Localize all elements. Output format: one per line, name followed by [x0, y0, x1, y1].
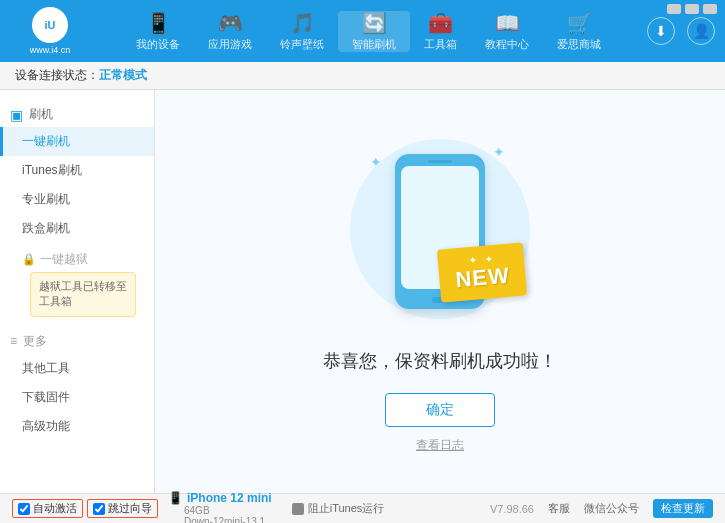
phone-illustration: ✦ ✦ ✦ ✦ NEW — [340, 129, 540, 329]
phone-speaker — [428, 160, 452, 163]
nav-item-smart-flash[interactable]: 🔄 智能刷机 — [338, 11, 410, 52]
wechat-link[interactable]: 微信公众号 — [584, 501, 639, 516]
ringtones-icon: 🎵 — [290, 11, 315, 35]
stop-icon — [292, 503, 304, 515]
status-label: 设备连接状态： — [15, 67, 99, 84]
jailbreak-label: 一键越狱 — [40, 251, 88, 268]
phone-icon: 📱 — [168, 491, 183, 505]
sidebar-more-section: 更多 其他工具 下载固件 高级功能 — [0, 325, 154, 445]
sidebar-item-advanced[interactable]: 高级功能 — [0, 412, 154, 441]
status-value: 正常模式 — [99, 67, 147, 84]
confirm-button[interactable]: 确定 — [385, 393, 495, 427]
version-text: V7.98.66 — [490, 503, 534, 515]
sidebar-item-box[interactable]: 跌盒刷机 — [0, 214, 154, 243]
sidebar: ▣ 刷机 一键刷机 iTunes刷机 专业刷机 跌盒刷机 — [0, 90, 155, 493]
ribbon-new-text: NEW — [454, 263, 510, 294]
tutorial-icon: 📖 — [495, 11, 520, 35]
nav-item-mall[interactable]: 🛒 爱思商城 — [543, 11, 615, 52]
nav-item-ringtones[interactable]: 🎵 铃声壁纸 — [266, 11, 338, 52]
bottom-right: V7.98.66 客服 微信公众号 检查更新 — [490, 499, 713, 518]
my-device-label: 我的设备 — [136, 37, 180, 52]
user-button[interactable]: 👤 — [687, 17, 715, 45]
device-name-text: iPhone 12 mini — [187, 491, 272, 505]
stop-itunes-label: 阻止iTunes运行 — [308, 501, 385, 516]
service-link[interactable]: 客服 — [548, 501, 570, 516]
device-details: 64GB Down-12mini-13,1 — [184, 505, 272, 524]
advanced-label: 高级功能 — [22, 419, 70, 433]
logo: iU www.i4.cn — [10, 7, 90, 55]
apps-games-icon: 🎮 — [218, 11, 243, 35]
auto-activate-checkbox-label[interactable]: 自动激活 — [12, 499, 83, 518]
flash-header-icon: ▣ — [10, 107, 23, 123]
download-firmware-label: 下载固件 — [22, 390, 70, 404]
sidebar-more-divider: 更多 — [0, 329, 154, 354]
logo-url: www.i4.cn — [30, 45, 71, 55]
nav-item-my-device[interactable]: 📱 我的设备 — [122, 11, 194, 52]
sidebar-item-download-firmware[interactable]: 下载固件 — [0, 383, 154, 412]
tutorial-label: 教程中心 — [485, 37, 529, 52]
back-daily-link[interactable]: 查看日志 — [416, 437, 464, 454]
bottom-bar: 自动激活 跳过向导 📱 iPhone 12 mini 64GB Down-12m… — [0, 493, 725, 523]
skip-wizard-label: 跳过向导 — [108, 501, 152, 516]
ringtones-label: 铃声壁纸 — [280, 37, 324, 52]
win-controls — [667, 4, 717, 14]
mall-label: 爱思商城 — [557, 37, 601, 52]
logo-circle: iU — [32, 7, 68, 43]
smart-flash-icon: 🔄 — [362, 11, 387, 35]
box-label: 跌盒刷机 — [22, 221, 70, 235]
stop-itunes[interactable]: 阻止iTunes运行 — [292, 501, 385, 516]
status-bar: 设备连接状态： 正常模式 — [0, 62, 725, 90]
pro-label: 专业刷机 — [22, 192, 70, 206]
download-button[interactable]: ⬇ — [647, 17, 675, 45]
sidebar-item-other-tools[interactable]: 其他工具 — [0, 354, 154, 383]
lock-icon: 🔒 — [22, 253, 36, 266]
sidebar-jailbreak-section: 🔒 一键越狱 越狱工具已转移至工具箱 — [0, 247, 154, 325]
nav-item-tutorial[interactable]: 📖 教程中心 — [471, 11, 543, 52]
sidebar-item-one-click[interactable]: 一键刷机 — [0, 127, 154, 156]
success-message: 恭喜您，保资料刷机成功啦！ — [323, 349, 557, 373]
skip-wizard-checkbox[interactable] — [93, 503, 105, 515]
toolbox-label: 工具箱 — [424, 37, 457, 52]
download-icon: ⬇ — [655, 23, 667, 39]
logo-text: iU — [45, 19, 56, 31]
sidebar-item-pro[interactable]: 专业刷机 — [0, 185, 154, 214]
sidebar-flash-section: ▣ 刷机 一键刷机 iTunes刷机 专业刷机 跌盒刷机 — [0, 98, 154, 247]
app-container: iU www.i4.cn 📱 我的设备 🎮 应用游戏 🎵 铃声壁纸 🔄 智能刷机 — [0, 0, 725, 523]
sidebar-flash-header: ▣ 刷机 — [0, 102, 154, 127]
smart-flash-label: 智能刷机 — [352, 37, 396, 52]
device-storage: 64GB — [184, 505, 210, 516]
ribbon-shape: ✦ ✦ NEW — [437, 242, 528, 302]
auto-activate-label: 自动激活 — [33, 501, 77, 516]
sparkle-top-right: ✦ — [493, 144, 505, 160]
more-label: 更多 — [23, 333, 47, 350]
other-tools-label: 其他工具 — [22, 361, 70, 375]
sidebar-item-itunes[interactable]: iTunes刷机 — [0, 156, 154, 185]
my-device-icon: 📱 — [146, 11, 171, 35]
jailbreak-header: 🔒 一键越狱 — [22, 251, 144, 268]
itunes-label: iTunes刷机 — [22, 163, 82, 177]
mall-icon: 🛒 — [567, 11, 592, 35]
skip-wizard-checkbox-label[interactable]: 跳过向导 — [87, 499, 158, 518]
top-right-buttons: ⬇ 👤 — [647, 17, 715, 45]
top-bar: iU www.i4.cn 📱 我的设备 🎮 应用游戏 🎵 铃声壁纸 🔄 智能刷机 — [0, 0, 725, 62]
main-content: ✦ ✦ ✦ ✦ NEW 恭喜您，保资料刷机成功啦！ 确定 — [155, 90, 725, 493]
user-icon: 👤 — [693, 23, 710, 39]
flash-header-label: 刷机 — [29, 106, 53, 123]
apps-games-label: 应用游戏 — [208, 37, 252, 52]
one-click-label: 一键刷机 — [22, 134, 70, 148]
main-area: ▣ 刷机 一键刷机 iTunes刷机 专业刷机 跌盒刷机 — [0, 90, 725, 493]
jailbreak-notice-text: 越狱工具已转移至工具箱 — [39, 280, 127, 307]
nav-item-toolbox[interactable]: 🧰 工具箱 — [410, 11, 471, 52]
new-ribbon: ✦ ✦ NEW — [439, 246, 525, 299]
bottom-left: 自动激活 跳过向导 📱 iPhone 12 mini 64GB Down-12m… — [12, 491, 272, 524]
device-info: 📱 iPhone 12 mini 64GB Down-12mini-13,1 — [168, 491, 272, 524]
auto-activate-checkbox[interactable] — [18, 503, 30, 515]
check-update-button[interactable]: 检查更新 — [653, 499, 713, 518]
toolbox-icon: 🧰 — [428, 11, 453, 35]
jailbreak-notice: 越狱工具已转移至工具箱 — [30, 272, 136, 317]
nav-item-apps-games[interactable]: 🎮 应用游戏 — [194, 11, 266, 52]
device-name: 📱 iPhone 12 mini — [168, 491, 272, 505]
win-minimize[interactable] — [667, 4, 681, 14]
win-maximize[interactable] — [685, 4, 699, 14]
win-close[interactable] — [703, 4, 717, 14]
